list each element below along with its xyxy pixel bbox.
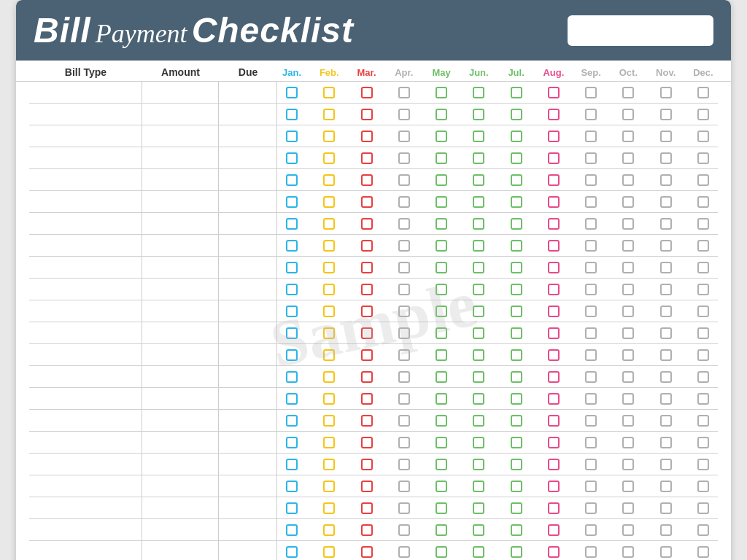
cell-bill-type[interactable]	[29, 169, 142, 190]
checkbox[interactable]	[660, 196, 672, 208]
checkbox[interactable]	[286, 437, 298, 448]
checkbox[interactable]	[398, 524, 410, 536]
checkbox[interactable]	[361, 459, 373, 470]
checkbox[interactable]	[622, 502, 634, 514]
checkbox[interactable]	[323, 240, 335, 252]
checkbox[interactable]	[585, 87, 597, 98]
cell-amount[interactable]	[142, 279, 219, 300]
checkbox[interactable]	[286, 371, 298, 383]
checkbox[interactable]	[548, 393, 560, 405]
checkbox[interactable]	[660, 262, 672, 273]
checkbox[interactable]	[622, 152, 634, 164]
checkbox[interactable]	[473, 174, 484, 186]
checkbox[interactable]	[361, 240, 373, 252]
cell-due[interactable]	[219, 519, 277, 540]
checkbox[interactable]	[323, 218, 335, 230]
checkbox[interactable]	[585, 502, 597, 514]
checkbox[interactable]	[473, 437, 484, 448]
cell-amount[interactable]	[142, 191, 219, 212]
checkbox[interactable]	[585, 131, 597, 142]
checkbox[interactable]	[511, 87, 522, 98]
checkbox[interactable]	[697, 371, 709, 383]
checkbox[interactable]	[361, 524, 373, 536]
checkbox[interactable]	[585, 546, 597, 558]
checkbox[interactable]	[622, 481, 634, 492]
checkbox[interactable]	[398, 327, 410, 339]
checkbox[interactable]	[697, 524, 709, 536]
cell-bill-type[interactable]	[29, 366, 142, 387]
checkbox[interactable]	[436, 218, 447, 230]
cell-due[interactable]	[219, 366, 277, 387]
checkbox[interactable]	[286, 262, 298, 273]
checkbox[interactable]	[660, 524, 672, 536]
cell-bill-type[interactable]	[29, 388, 142, 409]
checkbox[interactable]	[697, 459, 709, 470]
checkbox[interactable]	[622, 109, 634, 120]
checkbox[interactable]	[585, 327, 597, 339]
checkbox[interactable]	[548, 371, 560, 383]
checkbox[interactable]	[473, 415, 484, 427]
cell-due[interactable]	[219, 213, 277, 234]
cell-bill-type[interactable]	[29, 279, 142, 300]
cell-bill-type[interactable]	[29, 322, 142, 343]
checkbox[interactable]	[622, 131, 634, 142]
checkbox[interactable]	[660, 240, 672, 252]
checkbox[interactable]	[511, 240, 522, 252]
checkbox[interactable]	[660, 109, 672, 120]
cell-due[interactable]	[219, 191, 277, 212]
checkbox[interactable]	[436, 152, 447, 164]
checkbox[interactable]	[436, 131, 447, 142]
checkbox[interactable]	[585, 284, 597, 295]
checkbox[interactable]	[436, 262, 447, 273]
checkbox[interactable]	[473, 393, 484, 405]
checkbox[interactable]	[622, 393, 634, 405]
checkbox[interactable]	[548, 481, 560, 492]
checkbox[interactable]	[323, 459, 335, 470]
cell-due[interactable]	[219, 432, 277, 453]
checkbox[interactable]	[361, 218, 373, 230]
checkbox[interactable]	[585, 262, 597, 273]
checkbox[interactable]	[660, 415, 672, 427]
checkbox[interactable]	[436, 87, 447, 98]
cell-bill-type[interactable]	[29, 454, 142, 475]
checkbox[interactable]	[660, 459, 672, 470]
checkbox[interactable]	[473, 131, 484, 142]
checkbox[interactable]	[286, 218, 298, 230]
checkbox[interactable]	[697, 502, 709, 514]
checkbox[interactable]	[511, 349, 522, 361]
checkbox[interactable]	[473, 87, 484, 98]
checkbox[interactable]	[286, 131, 298, 142]
checkbox[interactable]	[286, 109, 298, 120]
checkbox[interactable]	[585, 152, 597, 164]
checkbox[interactable]	[361, 109, 373, 120]
checkbox[interactable]	[697, 437, 709, 448]
cell-due[interactable]	[219, 410, 277, 431]
checkbox[interactable]	[323, 524, 335, 536]
checkbox[interactable]	[548, 196, 560, 208]
checkbox[interactable]	[286, 349, 298, 361]
checkbox[interactable]	[697, 393, 709, 405]
checkbox[interactable]	[286, 284, 298, 295]
checkbox[interactable]	[585, 524, 597, 536]
checkbox[interactable]	[398, 109, 410, 120]
checkbox[interactable]	[473, 306, 484, 317]
checkbox[interactable]	[436, 481, 447, 492]
checkbox[interactable]	[323, 327, 335, 339]
checkbox[interactable]	[511, 546, 522, 558]
checkbox[interactable]	[286, 196, 298, 208]
cell-amount[interactable]	[142, 519, 219, 540]
checkbox[interactable]	[697, 415, 709, 427]
checkbox[interactable]	[548, 415, 560, 427]
checkbox[interactable]	[361, 131, 373, 142]
checkbox[interactable]	[323, 437, 335, 448]
checkbox[interactable]	[622, 87, 634, 98]
checkbox[interactable]	[398, 284, 410, 295]
cell-bill-type[interactable]	[29, 125, 142, 147]
checkbox[interactable]	[473, 196, 484, 208]
checkbox[interactable]	[585, 196, 597, 208]
cell-due[interactable]	[219, 169, 277, 190]
checkbox[interactable]	[436, 284, 447, 295]
checkbox[interactable]	[398, 415, 410, 427]
checkbox[interactable]	[361, 284, 373, 295]
checkbox[interactable]	[361, 415, 373, 427]
